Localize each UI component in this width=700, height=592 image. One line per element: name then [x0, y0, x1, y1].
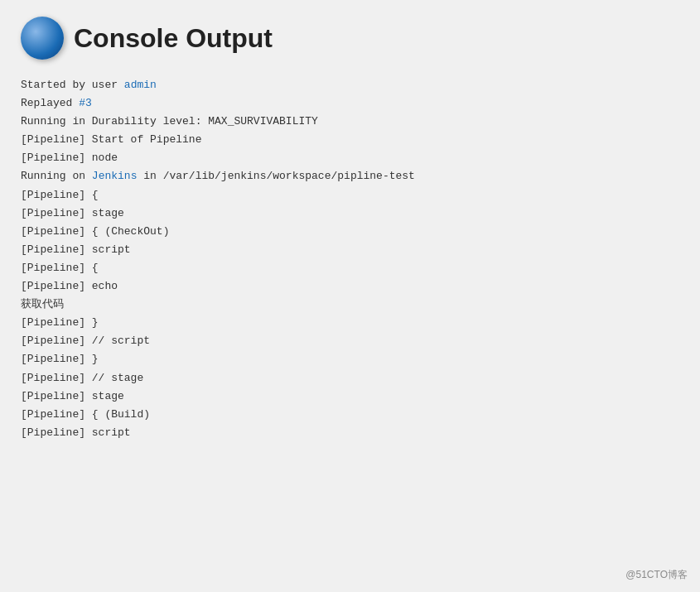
- line-pipeline-checkout: [Pipeline] { (CheckOut): [21, 223, 679, 241]
- watermark: @51CTO博客: [625, 568, 688, 582]
- link-admin[interactable]: admin: [124, 79, 157, 91]
- line-pipeline-stage-end: [Pipeline] // stage: [21, 369, 679, 387]
- line-pipeline-script2: [Pipeline] script: [21, 424, 679, 442]
- line-running-on: Running on Jenkins in /var/lib/jenkins/w…: [21, 167, 679, 185]
- line-pipeline-script1: [Pipeline] script: [21, 241, 679, 259]
- line-pipeline-close2: [Pipeline] }: [21, 350, 679, 368]
- line-pipeline-close1: [Pipeline] }: [21, 314, 679, 332]
- console-icon: [21, 17, 64, 60]
- line-started-by: Started by user admin: [21, 76, 679, 94]
- page-header: Console Output: [21, 17, 679, 60]
- line-pipeline-echo: [Pipeline] echo: [21, 277, 679, 296]
- line-pipeline-brace2: [Pipeline] {: [21, 259, 679, 277]
- line-pipeline-script-end: [Pipeline] // script: [21, 332, 679, 350]
- page-title: Console Output: [74, 23, 273, 54]
- link-replayed[interactable]: #3: [79, 97, 92, 109]
- link-jenkins[interactable]: Jenkins: [92, 170, 138, 182]
- line-pipeline-build: [Pipeline] { (Build): [21, 406, 679, 424]
- line-replayed: Replayed #3: [21, 94, 679, 113]
- line-running-durability: Running in Durability level: MAX_SURVIVA…: [21, 113, 679, 131]
- line-pipeline-start: [Pipeline] Start of Pipeline: [21, 131, 679, 149]
- line-pipeline-stage2: [Pipeline] stage: [21, 387, 679, 406]
- line-pipeline-stage1: [Pipeline] stage: [21, 205, 679, 223]
- line-pipeline-node: [Pipeline] node: [21, 149, 679, 167]
- line-get-code: 获取代码: [21, 296, 679, 314]
- line-pipeline-brace1: [Pipeline] {: [21, 186, 679, 205]
- page-container: Console Output Started by user admin Rep…: [0, 0, 700, 592]
- console-output: Started by user admin Replayed #3 Runnin…: [21, 76, 679, 442]
